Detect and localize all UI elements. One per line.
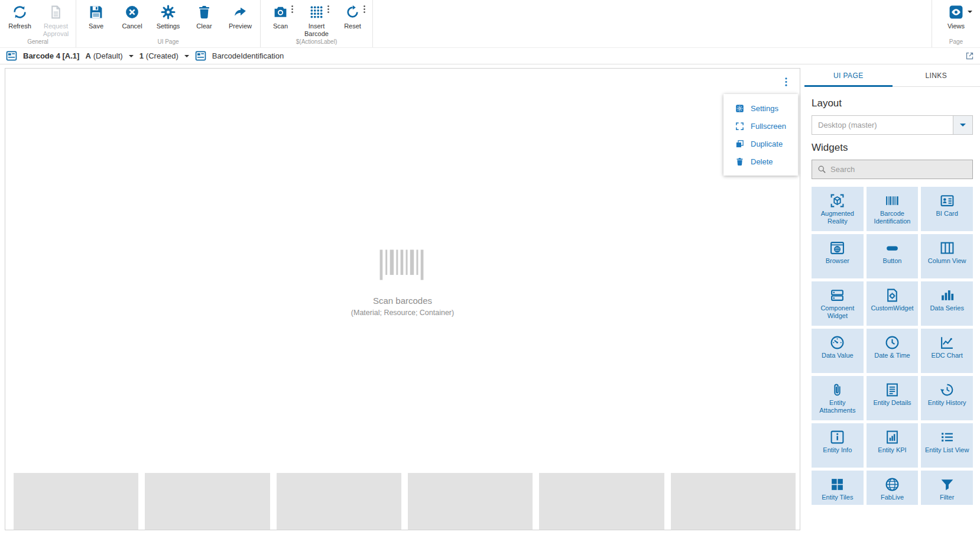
paperclip-icon	[830, 382, 845, 397]
widget-tile-entity-details[interactable]: Entity Details	[867, 376, 919, 420]
widget-tile-entity-info[interactable]: Entity Info	[812, 423, 864, 468]
toolbar-button-views[interactable]: Views	[938, 0, 974, 30]
tab-ui-page[interactable]: UI PAGE	[804, 64, 893, 86]
search-icon	[817, 165, 826, 174]
toolbar-group-actionslabel: ScanInsert BarcodeReset$(ActionsLabel)	[261, 0, 373, 47]
filter-funnel-icon	[940, 477, 955, 492]
ui-page-icon	[195, 50, 206, 61]
gauge-icon	[830, 335, 845, 350]
split-menu-dots-icon[interactable]	[290, 5, 294, 14]
list-icon	[940, 430, 955, 445]
ui-page-icon	[6, 50, 17, 61]
globe-icon	[885, 477, 900, 492]
breadcrumb: Barcode 4 [A.1]A(Default)1(Created)Barco…	[6, 50, 284, 61]
toolbar-button-cancel[interactable]: Cancel	[114, 0, 150, 30]
kebab-menu-icon	[784, 77, 788, 87]
info-square-icon	[830, 430, 845, 445]
widget-tile-entity-list-view[interactable]: Entity List View	[921, 423, 973, 468]
refresh-icon	[12, 4, 28, 20]
menu-item-duplicate[interactable]: Duplicate	[723, 135, 798, 153]
toolbar: RefreshRequest ApprovalGeneralSaveCancel…	[0, 0, 980, 47]
bi-card-icon	[940, 193, 955, 208]
barcode-widget-placeholder: Scan barcodes (Material; Resource; Conta…	[5, 246, 800, 317]
line-chart-icon	[940, 335, 955, 350]
trash-icon	[735, 157, 744, 166]
popout-icon[interactable]	[965, 51, 974, 60]
toolbar-right-group: ViewsPage	[932, 0, 980, 47]
widget-tile-button[interactable]: Button	[867, 234, 919, 278]
menu-item-fullscreen[interactable]: Fullscreen	[723, 117, 798, 135]
widget-tile-data-series[interactable]: Data Series	[921, 281, 973, 326]
toolbar-button-clear[interactable]: Clear	[186, 0, 222, 30]
chevron-down-icon[interactable]	[953, 116, 972, 134]
menu-item-settings[interactable]: Settings	[723, 99, 798, 117]
widgets-scroll-area[interactable]: Augmented RealityBarcode IdentificationB…	[812, 187, 973, 505]
toolbar-button-settings[interactable]: Settings	[150, 0, 186, 30]
cancel-icon	[124, 4, 141, 20]
document-lines-icon	[885, 382, 900, 397]
placeholder-row	[14, 473, 796, 530]
breadcrumb-bar: Barcode 4 [A.1]A(Default)1(Created)Barco…	[0, 47, 980, 64]
panel-body: Layout Desktop (master) Widgets Augmente…	[804, 87, 980, 505]
widget-tile-entity-tiles[interactable]: Entity Tiles	[812, 471, 864, 505]
toolbar-button-preview[interactable]: Preview	[222, 0, 258, 30]
placeholder-title: Scan barcodes	[5, 296, 800, 306]
widgets-grid: Augmented RealityBarcode IdentificationB…	[812, 187, 973, 505]
widget-tile-browser[interactable]: Browser	[812, 234, 864, 278]
chevron-down-icon	[184, 55, 189, 60]
split-menu-dots-icon[interactable]	[362, 5, 366, 14]
camera-icon	[272, 4, 289, 20]
toolbar-button-request-approval: Request Approval	[38, 0, 74, 38]
menu-item-delete[interactable]: Delete	[723, 153, 798, 170]
toolbar-button-reset[interactable]: Reset	[335, 0, 371, 30]
layout-heading: Layout	[812, 98, 973, 109]
widget-tile-augmented-reality[interactable]: Augmented Reality	[812, 187, 864, 231]
widget-tile-customwidget[interactable]: CustomWidget	[867, 281, 919, 326]
split-menu-dots-icon[interactable]	[326, 5, 330, 14]
layout-select[interactable]: Desktop (master)	[812, 115, 973, 135]
tab-links[interactable]: LINKS	[893, 64, 980, 86]
widget-tile-barcode-identification[interactable]: Barcode Identification	[867, 187, 919, 231]
browser-globe-icon	[830, 241, 845, 255]
dotted-barcode-icon	[309, 4, 325, 20]
widget-tile-fablive[interactable]: FabLive	[867, 471, 919, 505]
toolbar-group-label: General	[2, 38, 74, 47]
chevron-down-icon	[129, 55, 134, 60]
reset-icon	[345, 4, 361, 20]
kpi-document-icon	[885, 430, 900, 445]
toolbar-button-insert-barcode[interactable]: Insert Barcode	[298, 0, 335, 38]
placeholder-subtitle: (Material; Resource; Container)	[5, 309, 800, 317]
breadcrumb-item: BarcodeIdentification	[212, 51, 284, 60]
widget-tile-entity-kpi[interactable]: Entity KPI	[867, 423, 919, 468]
duplicate-icon	[735, 140, 744, 148]
widget-options-button[interactable]	[781, 76, 791, 88]
toolbar-button-refresh[interactable]: Refresh	[2, 0, 38, 30]
augmented-reality-icon	[830, 193, 845, 208]
save-icon	[88, 4, 105, 20]
widget-context-menu: SettingsFullscreenDuplicateDelete	[723, 94, 798, 176]
barcode-icon	[885, 193, 900, 208]
right-panel: UI PAGE LINKS Layout Desktop (master) Wi…	[804, 64, 980, 535]
widget-tile-date-time[interactable]: Date & Time	[867, 329, 919, 373]
widget-tile-bi-card[interactable]: BI Card	[921, 187, 973, 231]
bar-chart-icon	[940, 288, 955, 303]
widget-tile-column-view[interactable]: Column View	[921, 234, 973, 278]
fullscreen-icon	[735, 122, 744, 131]
dropdown-caret-icon[interactable]	[968, 11, 972, 15]
toolbar-button-scan[interactable]: Scan	[262, 0, 298, 30]
search-input[interactable]	[830, 165, 967, 174]
widget-tile-edc-chart[interactable]: EDC Chart	[921, 329, 973, 373]
placeholder-box	[408, 473, 533, 530]
component-stack-icon	[830, 288, 845, 303]
breadcrumb-dropdown-a-default[interactable]: A(Default)	[85, 51, 133, 60]
toolbar-button-save[interactable]: Save	[78, 0, 114, 30]
breadcrumb-dropdown-1-created[interactable]: 1(Created)	[139, 51, 189, 60]
widget-tile-entity-attachments[interactable]: Entity Attachments	[812, 376, 864, 420]
widget-tile-data-value[interactable]: Data Value	[812, 329, 864, 373]
settings-gear-icon	[735, 104, 744, 113]
widget-tile-filter[interactable]: Filter	[921, 471, 973, 505]
widget-search	[812, 160, 973, 179]
toolbar-group-label: $(ActionsLabel)	[262, 38, 371, 47]
widget-tile-entity-history[interactable]: Entity History	[921, 376, 973, 420]
widget-tile-component-widget[interactable]: Component Widget	[812, 281, 864, 326]
